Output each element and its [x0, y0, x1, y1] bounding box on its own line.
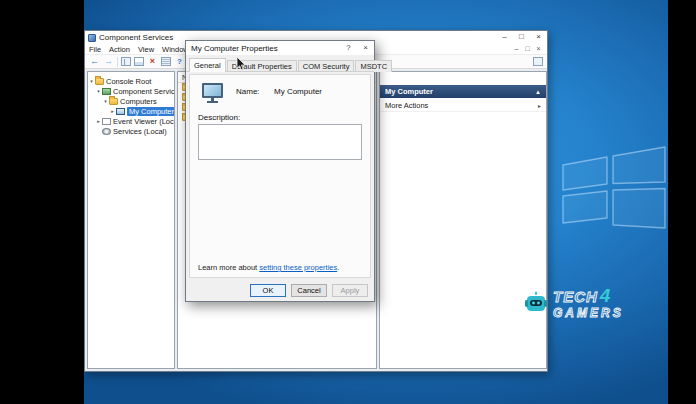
collapse-icon[interactable]: ▲: [535, 89, 541, 95]
my-computer-properties-dialog: My Computer Properties ? × General Defau…: [185, 40, 375, 302]
close-button[interactable]: ×: [530, 31, 547, 44]
tab-msdtc[interactable]: MSDTC: [355, 60, 392, 72]
tree-expander-icon[interactable]: ▾: [95, 88, 102, 94]
back-icon[interactable]: ←: [89, 56, 100, 67]
apply-button: Apply: [332, 284, 368, 297]
dialog-help-button[interactable]: ?: [340, 41, 357, 55]
tab-com-security[interactable]: COM Security: [298, 60, 355, 72]
actions-pane: My Computer ▲ More Actions ▸: [379, 71, 547, 369]
chevron-right-icon: ▸: [538, 102, 541, 109]
forward-icon[interactable]: →: [103, 56, 114, 67]
tree-item-label: Event Viewer (Local): [113, 117, 175, 126]
learn-prefix: Learn more about: [198, 263, 259, 272]
computers-folder-icon: [109, 98, 118, 105]
description-label: Description:: [198, 113, 240, 122]
dialog-title: My Computer Properties: [186, 44, 278, 53]
my-computer-icon: [116, 108, 125, 115]
help-icon[interactable]: ?: [174, 56, 185, 67]
learn-suffix: .: [337, 263, 339, 272]
desktop: Component Services – □ × File Action Vie…: [84, 0, 668, 404]
description-input[interactable]: [198, 124, 362, 160]
watermark-four: 4: [600, 286, 611, 305]
tree-expander-icon[interactable]: ▸: [109, 108, 116, 114]
settings-properties-link[interactable]: setting these properties: [259, 263, 337, 272]
cancel-button[interactable]: Cancel: [291, 284, 327, 297]
menu-action[interactable]: Action: [105, 45, 134, 54]
tech4gamers-watermark: TECH 4 GAMERS: [524, 286, 624, 319]
more-actions-label: More Actions: [385, 101, 428, 110]
tree-item-label: Services (Local): [113, 127, 167, 136]
tree-item-my-computer[interactable]: ▸ My Computer: [88, 106, 174, 116]
show-console-tree-icon[interactable]: [121, 57, 131, 66]
dialog-button-row: OK Cancel Apply: [186, 284, 368, 297]
name-label: Name:: [236, 87, 260, 96]
console-tree-pane: ▾ Console Root ▾ Component Services ▾: [87, 71, 175, 369]
tree-item-services[interactable]: Services (Local): [88, 126, 174, 136]
dialog-close-button[interactable]: ×: [357, 41, 374, 55]
properties-icon[interactable]: [161, 57, 171, 66]
tree-item-label: Console Root: [106, 77, 151, 86]
menu-view[interactable]: View: [134, 45, 158, 54]
maximize-button[interactable]: □: [513, 31, 530, 44]
tree-item-console-root[interactable]: ▾ Console Root: [88, 76, 174, 86]
tech4gamers-robot-icon: [524, 291, 548, 315]
component-services-icon: [88, 34, 96, 42]
export-list-icon[interactable]: [134, 57, 144, 66]
tree-expander-icon[interactable]: ▾: [88, 78, 95, 84]
ok-button[interactable]: OK: [250, 284, 286, 297]
learn-more-text: Learn more about setting these propertie…: [198, 263, 339, 272]
delete-icon[interactable]: ×: [147, 56, 158, 67]
windows-logo: [554, 136, 668, 242]
tree-item-label: Computers: [120, 97, 157, 106]
name-value: My Computer: [274, 87, 322, 96]
more-actions-item[interactable]: More Actions ▸: [380, 100, 546, 112]
tree-item-label: Component Services: [113, 87, 175, 96]
computer-icon: [202, 83, 223, 98]
component-services-node-icon: [102, 88, 111, 95]
child-close-button[interactable]: ×: [533, 44, 544, 54]
tree-item-event-viewer[interactable]: ▸ Event Viewer (Local): [88, 116, 174, 126]
child-minimize-button[interactable]: –: [511, 44, 522, 54]
tree-item-label: My Computer: [127, 107, 175, 116]
tab-strip: General Default Properties COM Security …: [186, 55, 374, 72]
tree-item-component-services[interactable]: ▾ Component Services: [88, 86, 174, 96]
tab-general[interactable]: General: [189, 58, 226, 72]
screen: Component Services – □ × File Action Vie…: [0, 0, 696, 404]
tree-expander-icon[interactable]: ▸: [95, 118, 102, 124]
actions-section-header[interactable]: My Computer ▲: [380, 85, 546, 98]
general-tab-page: Name: My Computer Description: Learn mor…: [189, 74, 371, 278]
dialog-titlebar[interactable]: My Computer Properties ? ×: [186, 41, 374, 55]
services-icon: [102, 128, 111, 135]
actions-pane-toggle-icon[interactable]: [533, 57, 543, 66]
tree-expander-icon[interactable]: ▾: [102, 98, 109, 104]
mouse-cursor: [236, 56, 247, 72]
event-viewer-icon: [102, 118, 111, 125]
minimize-button[interactable]: –: [496, 31, 513, 44]
child-restore-button[interactable]: □: [522, 44, 533, 54]
actions-section-title: My Computer: [385, 87, 433, 96]
window-title: Component Services: [99, 33, 173, 42]
tree-item-computers[interactable]: ▾ Computers: [88, 96, 174, 106]
toolbar-separator: [117, 57, 118, 67]
watermark-gamers: GAMERS: [553, 307, 624, 319]
watermark-tech: TECH: [553, 289, 598, 304]
console-root-icon: [95, 78, 104, 85]
menu-file[interactable]: File: [85, 45, 105, 54]
